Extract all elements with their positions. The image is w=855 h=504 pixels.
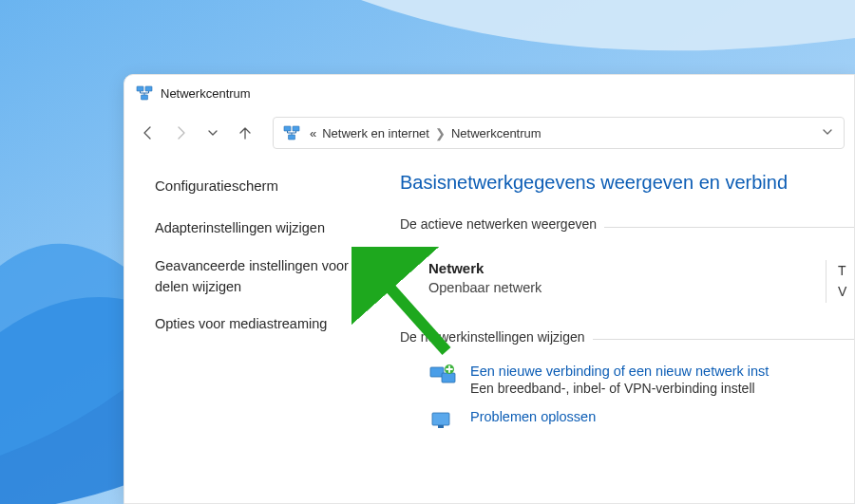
titlebar: Netwerkcentrum <box>124 75 854 111</box>
forward-button[interactable] <box>166 119 195 147</box>
svg-rect-1 <box>137 86 143 91</box>
breadcrumb-item[interactable]: Netwerk en internet <box>322 126 429 140</box>
settings-item-new-connection: Een nieuwe verbinding of een nieuw netwe… <box>428 364 854 396</box>
link-troubleshoot[interactable]: Problemen oplossen <box>470 409 596 424</box>
link-new-connection-sub: Een breedband-, inbel- of VPN-verbinding… <box>470 381 769 396</box>
page-title: Basisnetwerkgegevens weergeven en verbin… <box>400 172 854 194</box>
svg-rect-2 <box>145 86 152 91</box>
settings-item-troubleshoot: Problemen oplossen <box>428 409 854 438</box>
separator-line <box>593 339 854 340</box>
chevron-down-icon[interactable] <box>821 125 834 141</box>
recent-dropdown-button[interactable] <box>199 119 227 147</box>
section-label: De netwerkinstellingen wijzigen <box>400 329 585 345</box>
breadcrumb-item[interactable]: Netwerkcentrum <box>451 126 542 140</box>
sidebar-heading[interactable]: Configuratiescherm <box>155 177 394 194</box>
sidebar: Configuratiescherm Adapterinstellingen w… <box>124 155 400 503</box>
network-type: Openbaar netwerk <box>428 280 826 295</box>
chevron-right-icon: ❯ <box>435 126 446 140</box>
network-center-icon <box>283 124 300 141</box>
section-label: De actieve netwerken weergeven <box>400 216 597 232</box>
svg-rect-6 <box>289 135 295 140</box>
network-center-window: Netwerkcentrum « Netwerk en inte <box>124 74 855 504</box>
svg-rect-10 <box>432 413 449 425</box>
address-bar[interactable]: « Netwerk en internet ❯ Netwerkcentrum <box>273 117 845 149</box>
sidebar-link-adapter-settings[interactable]: Adapterinstellingen wijzigen <box>155 218 373 239</box>
network-name: Netwerk <box>428 260 826 276</box>
svg-rect-4 <box>284 126 291 131</box>
up-button[interactable] <box>231 119 259 147</box>
separator-line <box>604 227 854 228</box>
navigation-toolbar: « Netwerk en internet ❯ Netwerkcentrum <box>124 111 854 155</box>
network-details-right: T V <box>826 260 854 303</box>
content-area: Configuratiescherm Adapterinstellingen w… <box>124 155 854 503</box>
section-change-settings: De netwerkinstellingen wijzigen <box>400 329 854 350</box>
section-active-networks: De actieve netwerken weergeven <box>400 216 854 237</box>
link-new-connection[interactable]: Een nieuwe verbinding of een nieuw netwe… <box>470 364 769 379</box>
svg-rect-5 <box>293 126 299 131</box>
troubleshoot-icon <box>428 409 457 438</box>
back-button[interactable] <box>134 119 162 147</box>
sidebar-link-advanced-sharing[interactable]: Geavanceerde instellingen voor delen wij… <box>155 256 373 298</box>
new-connection-icon <box>428 364 457 392</box>
sidebar-link-media-streaming[interactable]: Opties voor mediastreaming <box>155 314 373 335</box>
svg-rect-8 <box>442 373 455 383</box>
active-network-block: Netwerk Openbaar netwerk T V <box>428 260 854 303</box>
svg-rect-3 <box>142 95 148 100</box>
network-center-icon <box>136 84 153 102</box>
window-title: Netwerkcentrum <box>161 86 251 101</box>
svg-rect-11 <box>438 425 444 428</box>
breadcrumb-prefix: « <box>310 126 316 140</box>
main-pane: Basisnetwerkgegevens weergeven en verbin… <box>400 155 854 503</box>
